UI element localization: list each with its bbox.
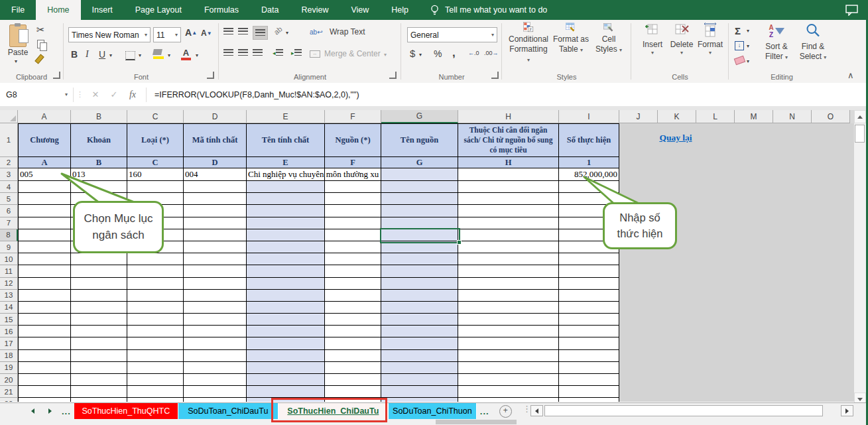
comma-button[interactable]: , <box>452 46 456 60</box>
number-dialog-launcher[interactable] <box>491 72 499 79</box>
cell-I2[interactable]: 1 <box>559 157 619 168</box>
cell-A5[interactable] <box>18 193 71 205</box>
ribbon-tab-help[interactable]: Help <box>380 0 420 20</box>
cell-C1[interactable]: Loại (*) <box>127 123 184 157</box>
cell-styles-button[interactable]: Cell Styles ▾ <box>591 22 626 80</box>
cell-C17[interactable] <box>127 337 184 349</box>
currency-button[interactable]: $ <box>410 48 415 59</box>
conditional-formatting-button[interactable]: ≠ Conditional Formatting ▾ <box>508 22 549 80</box>
cell-H19[interactable] <box>458 362 559 374</box>
cell-E14[interactable] <box>247 302 325 314</box>
borders-icon[interactable] <box>125 51 135 60</box>
cell-H10[interactable] <box>458 253 559 265</box>
cell-G7[interactable] <box>381 217 458 229</box>
cell-B14[interactable] <box>71 302 127 314</box>
cell-F2[interactable]: F <box>325 157 381 168</box>
align-center-icon[interactable] <box>238 49 248 56</box>
column-header-O[interactable]: O <box>812 110 850 123</box>
cell-C3[interactable]: 160 <box>127 168 184 181</box>
cell-F15[interactable] <box>325 314 381 326</box>
cell-A3[interactable]: 005 <box>18 168 71 181</box>
row-header-16[interactable]: 16 <box>0 326 18 337</box>
vertical-scrollbar[interactable] <box>854 110 866 406</box>
increase-indent-icon[interactable]: ▸ <box>291 49 302 56</box>
cell-E9[interactable] <box>247 241 325 253</box>
cell-F20[interactable] <box>325 374 381 386</box>
find-select-button[interactable]: Find & Select ▾ <box>796 22 830 80</box>
cell-I20[interactable] <box>559 374 619 386</box>
decrease-decimal-button[interactable]: .00→ <box>484 50 499 56</box>
cell-B11[interactable] <box>71 265 127 277</box>
merge-center-dropdown[interactable]: ▾ <box>384 52 387 58</box>
cell-G4[interactable] <box>381 181 458 193</box>
cell-H14[interactable] <box>458 302 559 314</box>
cell-A17[interactable] <box>18 337 71 349</box>
cell-D1[interactable]: Mã tính chất <box>184 123 247 157</box>
paste-dropdown[interactable]: ▾ <box>15 58 17 64</box>
cell-A19[interactable] <box>18 362 71 374</box>
cell-C10[interactable] <box>127 253 184 265</box>
format-cells-button[interactable]: Format ▾ <box>696 22 725 80</box>
cell-D14[interactable] <box>184 302 247 314</box>
underline-button[interactable]: U <box>99 49 105 60</box>
cell-E6[interactable] <box>247 205 325 217</box>
alignment-dialog-launcher[interactable] <box>389 72 397 79</box>
cut-icon[interactable]: ✂ <box>36 24 45 36</box>
cell-G14[interactable] <box>381 302 458 314</box>
underline-dropdown[interactable]: ▾ <box>109 52 112 58</box>
cell-F19[interactable] <box>325 362 381 374</box>
cell-F6[interactable] <box>325 205 381 217</box>
cell-A1[interactable]: Chương <box>18 123 71 157</box>
cell-D18[interactable] <box>184 350 247 362</box>
cell-I12[interactable] <box>559 278 619 290</box>
currency-dropdown[interactable]: ▾ <box>419 52 422 58</box>
name-box[interactable]: G8▾ <box>0 83 73 106</box>
cell-B3[interactable]: 013 <box>71 168 127 181</box>
font-color-dropdown[interactable]: ▾ <box>196 52 198 58</box>
cell-C14[interactable] <box>127 302 184 314</box>
ribbon-tab-insert[interactable]: Insert <box>81 0 124 20</box>
row-header-8[interactable]: 8 <box>0 229 18 241</box>
tell-me-box[interactable]: Tell me what you want to do <box>430 0 547 20</box>
horizontal-scroll-thumb[interactable] <box>544 405 823 416</box>
column-header-M[interactable]: M <box>735 110 773 123</box>
cell-A14[interactable] <box>18 302 71 314</box>
row-header-10[interactable]: 10 <box>0 253 18 265</box>
cell-B5[interactable] <box>71 193 127 205</box>
cell-C22[interactable] <box>127 398 184 402</box>
cell-H1[interactable]: Thuộc Chi cân đối ngân sách/ Chi từ nguồ… <box>458 123 559 157</box>
cell-I3[interactable]: 852,000,000 <box>559 168 619 181</box>
cell-B13[interactable] <box>71 290 127 302</box>
cell-I11[interactable] <box>559 265 619 277</box>
cell-B10[interactable] <box>71 253 127 265</box>
ribbon-tab-home[interactable]: Home <box>36 0 80 20</box>
insert-cells-button[interactable]: Insert ▾ <box>639 22 666 80</box>
row-header-6[interactable]: 6 <box>0 205 18 217</box>
formula-input[interactable]: =IFERROR(VLOOKUP(F8,Danh_Muc!$AN:$AO,2,0… <box>155 90 359 99</box>
cell-H3[interactable] <box>458 168 559 181</box>
column-header-D[interactable]: D <box>184 110 247 123</box>
row-header-22[interactable]: 22 <box>0 398 18 402</box>
cell-G21[interactable] <box>381 386 458 398</box>
cell-B22[interactable] <box>71 398 127 402</box>
cell-G8[interactable] <box>381 229 458 241</box>
cell-H16[interactable] <box>458 326 559 337</box>
scroll-left-button[interactable] <box>530 405 543 416</box>
cell-A13[interactable] <box>18 290 71 302</box>
cell-H17[interactable] <box>458 337 559 349</box>
cell-D12[interactable] <box>184 278 247 290</box>
cell-F7[interactable] <box>325 217 381 229</box>
cell-F11[interactable] <box>325 265 381 277</box>
align-right-icon[interactable] <box>253 49 263 56</box>
row-header-12[interactable]: 12 <box>0 278 18 290</box>
cell-E5[interactable] <box>247 193 325 205</box>
cell-A4[interactable] <box>18 181 71 193</box>
cell-H7[interactable] <box>458 217 559 229</box>
row-header-9[interactable]: 9 <box>0 241 18 253</box>
tab-scroll-splitter[interactable]: ⋮ <box>523 404 531 414</box>
cell-E4[interactable] <box>247 181 325 193</box>
ribbon-tab-data[interactable]: Data <box>250 0 290 20</box>
cell-G17[interactable] <box>381 337 458 349</box>
cell-D7[interactable] <box>184 217 247 229</box>
cell-C11[interactable] <box>127 265 184 277</box>
